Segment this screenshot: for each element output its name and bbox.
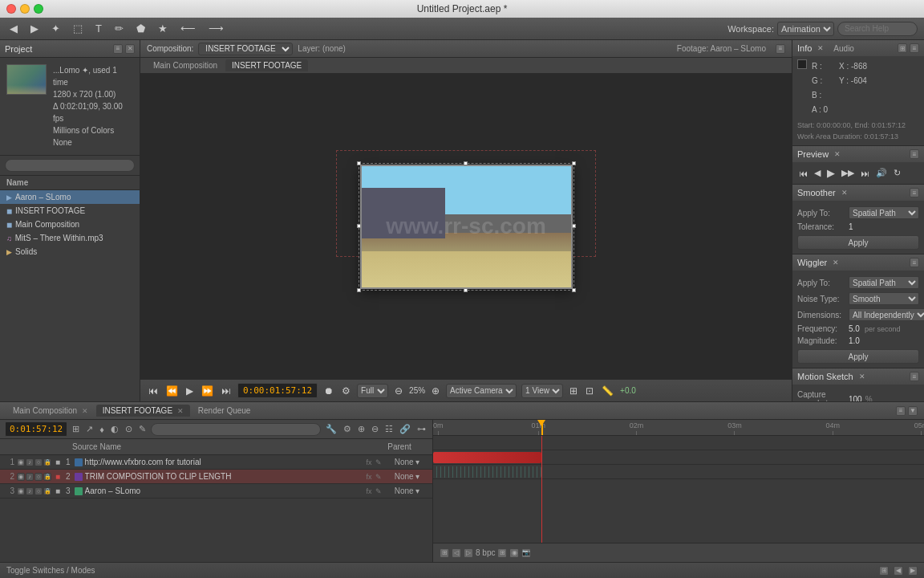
comp-panel-menu[interactable]: ≡ bbox=[776, 44, 785, 54]
toolbar-btn-2[interactable]: ▶ bbox=[27, 21, 42, 36]
toolbar-btn-1[interactable]: ◀ bbox=[6, 21, 21, 36]
timeline-time[interactable]: 0:01:57:12 bbox=[5, 421, 67, 437]
motion-header[interactable]: Motion Sketch ✕ ≡ bbox=[792, 368, 924, 385]
playback-prev-btn[interactable]: ⏪ bbox=[164, 384, 180, 398]
solo-btn-1[interactable]: ○ bbox=[34, 458, 43, 466]
vis-btn-1[interactable]: ◉ bbox=[17, 458, 25, 466]
ls-3-1[interactable]: fx bbox=[365, 487, 373, 495]
tab-insert-close[interactable]: ✕ bbox=[177, 407, 184, 415]
tl-btn-10[interactable]: ⊖ bbox=[370, 422, 380, 436]
minimize-button[interactable] bbox=[20, 4, 30, 14]
playback-last-btn[interactable]: ⏭ bbox=[220, 384, 233, 398]
timeline-menu[interactable]: ≡ bbox=[896, 406, 906, 416]
tl-btn-4[interactable]: ◐ bbox=[109, 422, 120, 436]
handle-top-left[interactable] bbox=[357, 161, 361, 165]
prev-last-btn[interactable]: ⏭ bbox=[859, 167, 871, 180]
preview-header[interactable]: Preview ✕ ≡ bbox=[792, 146, 924, 162]
close-button[interactable] bbox=[6, 4, 16, 14]
lock-btn-2[interactable]: 🔒 bbox=[43, 473, 51, 481]
tl-btn-6[interactable]: ✎ bbox=[137, 422, 148, 436]
toolbar-btn-10[interactable]: ⟶ bbox=[205, 21, 227, 36]
layer-row-1[interactable]: 1 ◉ ♪ ○ 🔒 ■ 1 http://www.vfxbro.com for … bbox=[0, 455, 432, 470]
project-tab[interactable]: Project bbox=[5, 44, 32, 54]
playback-zoom-in[interactable]: ⊕ bbox=[430, 384, 441, 398]
toolbar-btn-8[interactable]: ★ bbox=[155, 21, 171, 36]
lock-btn-1[interactable]: 🔒 bbox=[43, 458, 51, 466]
toggle-switches-btn[interactable]: Toggle Switches / Modes bbox=[6, 566, 95, 575]
solo-btn-3[interactable]: ○ bbox=[34, 487, 43, 495]
vis-btn-3[interactable]: ◉ bbox=[17, 487, 25, 495]
toolbar-btn-5[interactable]: T bbox=[92, 21, 105, 36]
layer-row-2[interactable]: 2 ◉ ♪ ○ 🔒 ■ 2 TRIM COMPOSITION TO CLIP L… bbox=[0, 470, 432, 484]
prev-play-btn[interactable]: ▶ bbox=[825, 165, 837, 181]
toolbar-btn-3[interactable]: ✦ bbox=[48, 21, 63, 36]
playback-grid-btn[interactable]: ⊞ bbox=[568, 384, 579, 398]
viewer-tab-insert[interactable]: INSERT FOOTAGE bbox=[225, 59, 308, 71]
status-btn-1[interactable]: ⊞ bbox=[879, 566, 889, 576]
clip-red[interactable] bbox=[433, 452, 541, 463]
toolbar-btn-9[interactable]: ⟵ bbox=[177, 21, 199, 36]
handle-mid-left[interactable] bbox=[357, 224, 361, 228]
layer-row-3[interactable]: 3 ◉ ♪ ○ 🔒 ■ 3 Aaron – SLomo fx ✎ bbox=[0, 484, 432, 499]
file-item-insert[interactable]: ◼ INSERT FOOTAGE bbox=[0, 204, 140, 218]
file-item-solids[interactable]: ▶ Solids bbox=[0, 245, 140, 258]
handle-mid-right[interactable] bbox=[572, 224, 576, 228]
motion-close[interactable]: ✕ bbox=[859, 372, 865, 381]
file-item-audio[interactable]: ♫ MitS – There Within.mp3 bbox=[0, 231, 140, 245]
timeline-tab-main[interactable]: Main Composition ✕ bbox=[6, 405, 95, 417]
status-btn-2[interactable]: ◀ bbox=[894, 566, 903, 576]
wiggler-menu[interactable]: ≡ bbox=[910, 258, 919, 267]
ls-2[interactable]: ✎ bbox=[375, 458, 383, 466]
smoother-apply-select[interactable]: Spatial Path bbox=[849, 206, 919, 219]
toolbar-btn-7[interactable]: ⬟ bbox=[133, 21, 148, 36]
file-item-aaron[interactable]: ▶ Aaron – SLomo bbox=[0, 190, 140, 204]
comp-dropdown[interactable]: INSERT FOOTAGE bbox=[198, 43, 293, 55]
tl-btn-3[interactable]: ♦ bbox=[98, 423, 106, 436]
vis-btn-2[interactable]: ◉ bbox=[17, 473, 25, 481]
tl-footer-3[interactable]: ▷ bbox=[464, 548, 473, 558]
preview-close[interactable]: ✕ bbox=[834, 150, 841, 158]
tl-btn-7[interactable]: 🔧 bbox=[324, 422, 338, 436]
aud-btn-1[interactable]: ♪ bbox=[26, 458, 34, 466]
handle-bot-left[interactable] bbox=[357, 288, 361, 292]
handle-bot-right[interactable] bbox=[572, 288, 576, 292]
smoother-menu[interactable]: ≡ bbox=[910, 188, 919, 197]
info-menu[interactable]: ≡ bbox=[910, 43, 919, 53]
status-btn-3[interactable]: ▶ bbox=[908, 566, 918, 576]
search-help-input[interactable] bbox=[837, 22, 918, 36]
prev-fwd-btn[interactable]: ▶▶ bbox=[840, 166, 856, 180]
playback-record-btn[interactable]: ⏺ bbox=[322, 384, 335, 398]
ls-2-1[interactable]: fx bbox=[365, 473, 373, 481]
smoother-apply-btn[interactable]: Apply bbox=[797, 235, 919, 250]
audio-tab[interactable]: Audio bbox=[833, 44, 854, 53]
smoother-header[interactable]: Smoother ✕ ≡ bbox=[792, 185, 924, 201]
aud-btn-3[interactable]: ♪ bbox=[26, 487, 34, 495]
toolbar-btn-4[interactable]: ⬚ bbox=[70, 21, 86, 36]
ls-1[interactable]: fx bbox=[365, 458, 373, 466]
prev-first-btn[interactable]: ⏮ bbox=[797, 167, 809, 180]
smoother-close[interactable]: ✕ bbox=[841, 189, 848, 197]
info-close[interactable]: ✕ bbox=[817, 44, 824, 52]
clip-teal[interactable] bbox=[433, 466, 541, 478]
wiggler-header[interactable]: Wiggler ✕ ≡ bbox=[792, 254, 924, 271]
info-header[interactable]: Info ✕ Audio ⊞ ≡ bbox=[792, 40, 924, 56]
lock-btn-3[interactable]: 🔒 bbox=[43, 487, 51, 495]
timeline-tab-insert[interactable]: INSERT FOOTAGE ✕ bbox=[96, 405, 190, 417]
tl-btn-9[interactable]: ⊕ bbox=[356, 422, 367, 436]
tl-btn-12[interactable]: 🔗 bbox=[398, 422, 412, 436]
handle-bot-center[interactable] bbox=[464, 288, 468, 292]
preview-menu[interactable]: ≡ bbox=[910, 149, 919, 159]
playback-ruler-btn[interactable]: 📏 bbox=[600, 384, 615, 398]
panel-close-btn[interactable]: ✕ bbox=[125, 44, 135, 54]
tab-main-close[interactable]: ✕ bbox=[82, 407, 88, 415]
tl-btn-8[interactable]: ⚙ bbox=[342, 422, 353, 436]
tl-btn-2[interactable]: ↗ bbox=[84, 422, 95, 436]
ls-3-2[interactable]: ✎ bbox=[375, 487, 383, 495]
window-controls[interactable] bbox=[6, 4, 43, 14]
info-expand[interactable]: ⊞ bbox=[898, 43, 907, 53]
playback-first-btn[interactable]: ⏮ bbox=[147, 384, 160, 398]
tl-btn-1[interactable]: ⊞ bbox=[71, 422, 81, 436]
workspace-dropdown[interactable]: Animation bbox=[777, 22, 834, 36]
handle-top-right[interactable] bbox=[572, 161, 576, 165]
project-search-input[interactable] bbox=[5, 159, 135, 172]
